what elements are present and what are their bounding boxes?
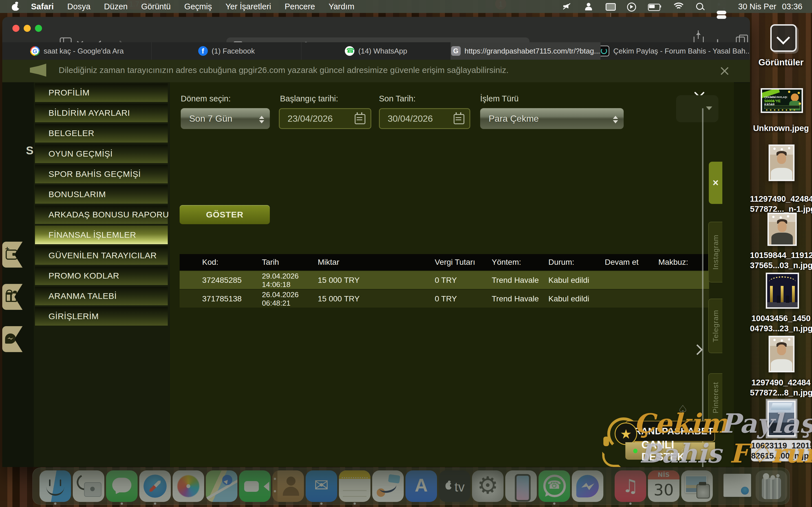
spotlight-icon[interactable] [695,2,705,11]
zoom-window-button[interactable] [35,25,42,32]
close-widget-tab[interactable]: × [709,162,722,204]
sidebar-item-finansal-islemler[interactable]: FİNANSAL İŞLEMLER [35,226,168,244]
file-name-selected[interactable]: 10623119_1201582615...00_n.jpg [751,440,811,461]
calendar-icon[interactable] [454,114,464,124]
table-row: 372485285 29.04.202614:06:18 15 000 TRY … [180,271,709,289]
start-date-field[interactable]: 23/04/2026 [279,108,371,129]
close-window-button[interactable] [12,25,19,32]
dock [33,467,790,505]
sidebar-item-promo-kodlar[interactable]: PROMO KODLAR [35,267,168,285]
menubar-clock[interactable]: 03:36 [782,2,802,11]
background-dropdown[interactable] [676,95,718,122]
tab-bar: saat kaç - Google'da Ara f (1) Facebook … [2,42,750,60]
account-menu: PROFİLİM BİLDİRİM AYARLARI BELGELER OYUN… [34,82,170,467]
menu-duzen[interactable]: Düzen [97,2,135,11]
spade-suit-icon: ♤ [678,403,688,416]
screen: Safari Dosya Düzen Görüntü Geçmiş Yer İş… [0,0,812,507]
menu-bar: Safari Dosya Düzen Görüntü Geçmiş Yer İş… [0,0,812,13]
file-thumbnail-car[interactable] [767,400,796,437]
sidebar-item-bildirim[interactable]: BİLDİRİM AYARLARI [35,104,168,122]
battery-icon[interactable] [648,2,662,11]
type-select[interactable]: Para Çekme [480,108,624,129]
apple-menu-icon[interactable] [12,2,19,11]
file-name: 04793...23_n.jpg [750,323,812,334]
pinterest-side-tab[interactable]: Pinterest [708,373,722,422]
file-name: 37565...03_n.jpg [750,260,812,270]
notice-text: Dilediğiniz zaman tarayıcınızın adres cu… [59,65,509,75]
tab-facebook[interactable]: f (1) Facebook [152,42,301,60]
safari-window: grandpashabet7115.com/tr/?btag=38644247_… [2,17,750,467]
tab-cekim-paylas[interactable]: Çekim Paylaş - Forum Bahis - Yasal Bah..… [601,42,750,60]
menubar-date[interactable]: 30 Nis Per [738,2,776,11]
start-date-label: Başlangıç tarihi: [280,94,338,103]
sidebar-item-arkadas-bonusu[interactable]: ARKADAŞ BONUSU RAPORU [35,205,168,224]
facebook-icon: f [198,46,208,56]
sidebar-item-spor-bahis[interactable]: SPOR BAHİS GEÇMİŞİ [35,165,168,183]
safari-toolbar: grandpashabet7115.com/tr/?btag=38644247_… [2,17,750,42]
promo-character [791,94,799,101]
menu-goruntu[interactable]: Görüntü [135,2,177,11]
tab-google-search[interactable]: saat kaç - Google'da Ara [2,42,152,60]
google-icon [30,46,40,56]
sidebar-item-profilim[interactable]: PROFİLİM [35,83,168,102]
menu-yardim[interactable]: Yardım [322,2,361,11]
control-center-icon[interactable] [717,2,727,11]
select-spinner-icon [259,113,264,119]
playback-icon[interactable] [626,2,637,11]
sidebar-item-oyun-gecmisi[interactable]: OYUN GEÇMİŞİ [35,145,168,163]
refresh-circle-icon [601,46,610,56]
partial-text: S [26,144,34,157]
megaphone-icon [30,64,46,76]
live-support-button[interactable]: CANLI DESTEK [625,442,715,460]
menu-dosya[interactable]: Dosya [61,2,97,11]
show-button[interactable]: GÖSTER [180,205,270,224]
calendar-icon[interactable] [355,114,365,124]
file-name: 10043456_1450 [750,313,812,323]
mute-icon[interactable] [562,2,572,11]
minimize-window-button[interactable] [24,25,31,32]
user-switch-icon[interactable] [583,2,594,11]
file-thumbnail-promo[interactable]: ÇEKİMİNİ PAYLAŞ! 5000₺'YE KADAR NAKİT KA… [761,88,803,113]
table-header: Kod: Tarih Miktar Vergi Tutarı Yöntem: D… [180,254,709,270]
financial-modal: PROFİLİM BİLDİRİM AYARLARI BELGELER OYUN… [34,82,734,467]
sidebar-item-girislerim[interactable]: GİRİŞLERİM [35,307,168,326]
menu-pencere[interactable]: Pencere [278,2,322,11]
menu-gecmis[interactable]: Geçmiş [177,2,218,11]
period-label: Dönem seçin: [181,94,231,103]
chevron-down-icon [776,31,790,45]
g-letter-icon: G [451,46,461,56]
file-name: 10159844_11912 [750,250,812,260]
page-scrollbar[interactable] [702,108,703,467]
file-name: Unknown.jpeg [750,123,812,133]
file-thumbnail-selfie[interactable] [769,145,795,181]
file-name: 1297490_42484 [750,378,812,388]
period-select[interactable]: Son 7 Gün [181,108,270,129]
banner-close-icon[interactable] [719,66,730,76]
file-thumbnail-casino[interactable] [766,273,799,309]
telegram-side-tab[interactable]: Telegram [708,298,722,353]
end-date-label: Son Tarih: [379,94,416,103]
sidebar-item-belgeler[interactable]: BELGELER [35,124,168,143]
sidebar-item-guvenilen[interactable]: GÜVENİLEN TARAYICILAR [35,246,168,265]
instagram-side-tab[interactable]: Instagram [708,222,722,283]
tab-whatsapp[interactable]: (14) WhatsApp [301,42,451,60]
file-thumbnail-selfie[interactable] [767,213,797,246]
menu-yerisaretleri[interactable]: Yer İşaretleri [219,2,278,11]
stack-expand-button[interactable] [770,24,797,52]
notice-banner: Dilediğiniz zaman tarayıcınızın adres cu… [2,60,750,83]
club-suit-icon: ♧ [680,443,691,456]
messenger-bubble-icon [5,334,16,344]
wifi-icon[interactable] [673,3,684,10]
brand-badge: GRANDPASHABET [625,421,715,442]
end-date-field[interactable]: 30/04/2026 [379,108,470,129]
table-row: 371785138 26.04.202606:48:21 15 000 TRY … [180,290,709,307]
page-left-strip: S [2,82,34,467]
display-icon[interactable] [605,2,615,11]
sidebar-item-aranma-talebi[interactable]: ARANMA TALEBİ [35,287,168,305]
sidebar-item-bonuslarim[interactable]: BONUSLARIM [35,185,168,204]
select-spinner-icon [613,113,618,119]
web-content: Dilediğiniz zaman tarayıcınızın adres cu… [2,60,750,467]
tab-grandpashabet-active[interactable]: G https://grandpashabet7115.com/tr/?btag… [451,42,600,60]
menu-safari[interactable]: Safari [24,2,61,11]
file-thumbnail-selfie[interactable] [769,336,795,372]
